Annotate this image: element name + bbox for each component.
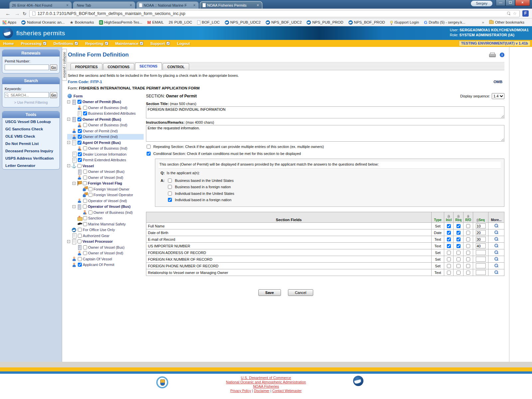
bookmark-item[interactable]: NPS_BOF_UDC2 [266, 20, 302, 25]
seq-input[interactable] [476, 243, 486, 248]
seq-input[interactable] [476, 263, 486, 268]
seq-input[interactable] [476, 270, 486, 275]
tree-item[interactable]: Foreign Vessel Operator [67, 192, 144, 198]
expand-collapse-tab[interactable]: expand / collapse [62, 49, 67, 81]
help-icon[interactable]: ? [476, 218, 479, 222]
help-icon[interactable]: ? [448, 215, 450, 218]
tree-item[interactable]: -Owner of Permit (Bus) [67, 99, 144, 105]
more-magnifier-icon[interactable] [494, 270, 498, 274]
bookmark-item[interactable]: MEMAIL [147, 20, 164, 25]
tree-expander-icon[interactable]: - [67, 240, 70, 243]
bookmark-item[interactable]: NPS_PUB_PROD [307, 20, 343, 25]
incl-checkbox[interactable] [447, 231, 451, 235]
tool-link[interactable]: USPS Address Verification [2, 155, 60, 162]
tree-item[interactable]: -Agent Of Permit (Bus) [67, 140, 144, 146]
tool-link[interactable]: Letter Generator [2, 162, 60, 169]
incl-checkbox[interactable] [447, 237, 451, 241]
ro-checkbox[interactable] [466, 237, 470, 241]
ro-checkbox[interactable] [466, 251, 470, 255]
incl-checkbox[interactable] [447, 224, 451, 228]
tree-expander-icon[interactable]: - [72, 182, 75, 185]
req-checkbox[interactable] [457, 237, 461, 241]
forward-icon[interactable]: → [15, 11, 20, 16]
tree-item[interactable]: For Office Use Only [67, 227, 144, 233]
tree-item[interactable]: Marine Mammal Safety [67, 221, 144, 227]
tree-item-checkbox[interactable] [78, 257, 82, 261]
more-magnifier-icon[interactable] [494, 263, 498, 268]
tree-item[interactable]: -Owner of Permit (Bus) [67, 116, 144, 122]
tree-item[interactable]: Authorized Gear [67, 233, 144, 239]
print-icon[interactable] [489, 53, 495, 57]
tree-item[interactable]: Owner of Business (Ind) [67, 146, 144, 152]
tab-conditions[interactable]: CONDITIONS [103, 63, 134, 70]
tree-item[interactable]: Applicant Of Permit [67, 262, 144, 268]
tree-item[interactable]: Owner of Business (Ind) [67, 122, 144, 128]
tree-item[interactable]: -Vessel Processor [67, 239, 144, 245]
tree-item[interactable]: -Foreign Vessel Flag [67, 181, 144, 187]
req-checkbox[interactable] [457, 231, 461, 235]
tree-item[interactable]: Operator of Vessel (Ind) [67, 198, 144, 204]
browser-tab[interactable]: NOAA Fisheries Permits× [200, 1, 262, 9]
display-sequence-select[interactable]: 1.4 [492, 93, 504, 99]
incl-checkbox[interactable] [447, 264, 451, 268]
bookmark-item[interactable]: NPS_PUB_UDC2 [225, 20, 261, 25]
tree-item-checkbox[interactable] [77, 141, 81, 145]
tree-item-checkbox[interactable] [78, 152, 82, 156]
footer-link[interactable]: U.S. Department of Commerce [241, 376, 291, 380]
tree-item-checkbox[interactable] [78, 129, 82, 133]
tab-close-icon[interactable]: × [129, 3, 133, 8]
permit-number-input[interactable] [5, 65, 49, 70]
more-magnifier-icon[interactable] [494, 257, 498, 261]
bookmark-item[interactable]: 26PUB_LOC [169, 20, 192, 24]
tool-link[interactable]: USCG Vessel DB Lookup [2, 118, 60, 125]
req-checkbox[interactable] [457, 244, 461, 248]
cancel-button[interactable]: Cancel [288, 289, 313, 296]
seq-input[interactable] [476, 230, 486, 235]
maximize-button[interactable] [505, 0, 515, 6]
instructions-textarea[interactable]: Enter the requested information. [146, 125, 504, 142]
tree-root[interactable]: Form [67, 93, 144, 99]
tree-item-checkbox[interactable] [77, 117, 81, 121]
tab-close-icon[interactable]: × [66, 3, 69, 8]
help-icon[interactable]: ? [467, 215, 469, 218]
tree-item[interactable]: -⚓Vessel [67, 163, 144, 169]
ro-checkbox[interactable] [466, 231, 470, 235]
tree-expander-icon[interactable]: - [72, 205, 75, 208]
nav-item-support[interactable]: Support✓ [150, 42, 177, 46]
tab-properties[interactable]: PROPERTIES [70, 63, 102, 70]
nav-item-maintenance[interactable]: Maintenance✓ [115, 42, 151, 46]
bookmark-item[interactable]: HighSeasPermit-Tes... [99, 20, 142, 25]
address-bar[interactable]: 127.0.0.1:7101/NPS_BOF/bof_form_def/nps_… [29, 10, 520, 17]
tree-item-checkbox[interactable] [83, 199, 87, 203]
tree-expander-icon[interactable]: - [67, 164, 70, 167]
tree-expander-icon[interactable]: - [67, 100, 70, 103]
search-input[interactable] [5, 92, 49, 98]
bookmark-item[interactable]: » [482, 20, 484, 24]
back-icon[interactable]: ← [5, 11, 11, 16]
tree-item-checkbox[interactable] [83, 251, 87, 255]
tree-item-checkbox[interactable] [83, 176, 87, 180]
ro-checkbox[interactable] [466, 271, 470, 275]
tree-item[interactable]: Owner of Vessel (Ind) [67, 175, 144, 181]
tree-item[interactable]: Owner of Permit (Ind) [67, 134, 144, 140]
tree-item-checkbox[interactable] [83, 146, 87, 150]
tree-item-checkbox[interactable] [77, 239, 81, 243]
nav-item-processing[interactable]: Processing✓ [21, 42, 54, 46]
tree-item-checkbox[interactable] [77, 100, 81, 104]
extension-button[interactable]: F [522, 10, 529, 17]
incl-checkbox[interactable] [447, 251, 451, 255]
tree-item[interactable]: Captain Of Vessel [67, 256, 144, 262]
tree-expander-icon[interactable]: - [67, 141, 70, 144]
seq-input[interactable] [476, 250, 486, 255]
req-checkbox[interactable] [457, 224, 461, 228]
footer-sublink[interactable]: Contact Webmaster [272, 389, 302, 393]
seq-input[interactable] [476, 237, 486, 242]
help-icon[interactable]: ? [457, 215, 460, 218]
tree-item[interactable]: Owner of Vessel (Bus) [67, 169, 144, 175]
tool-link[interactable]: Do Not Permit List [2, 140, 60, 147]
renewals-go-button[interactable]: Go [50, 65, 57, 70]
incl-checkbox[interactable] [447, 271, 451, 275]
ro-checkbox[interactable] [466, 264, 470, 268]
minimize-button[interactable]: — [496, 0, 505, 6]
tree-item[interactable]: Foreign Vessel Owner [67, 186, 144, 192]
